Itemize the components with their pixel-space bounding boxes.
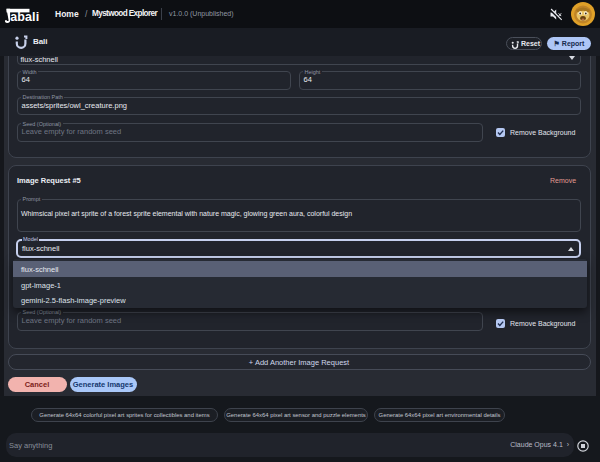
svg-text:abali: abali: [10, 10, 39, 24]
